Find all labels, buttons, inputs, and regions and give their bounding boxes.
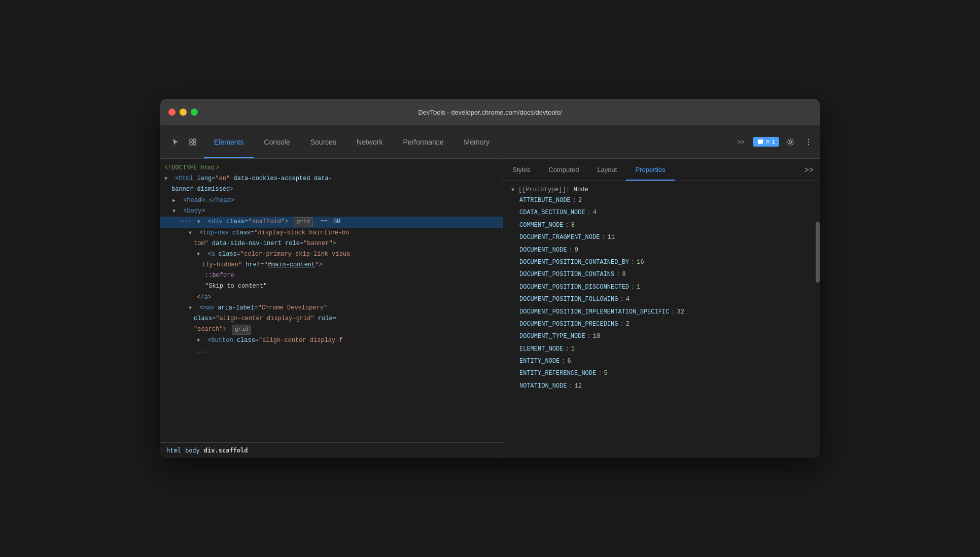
prop-row[interactable]: DOCUMENT_POSITION_CONTAINED_BY : 16: [503, 256, 820, 268]
dom-before[interactable]: ::before: [160, 270, 503, 281]
dom-html-2[interactable]: banner-dismissed>: [160, 184, 503, 195]
properties-panel[interactable]: ▼ [[Prototype]]: Node ATTRIBUTE_NODE : 2…: [503, 181, 820, 396]
chat-badge-button[interactable]: ≡ 1: [753, 137, 779, 147]
breadcrumb-div-scaffold[interactable]: div.scaffold: [204, 447, 248, 454]
tab-performance[interactable]: Performance: [393, 125, 453, 158]
right-tab-bar: Styles Computed Layout Properties >>: [503, 159, 820, 181]
svg-point-6: [808, 141, 809, 142]
svg-rect-2: [190, 143, 192, 145]
tab-memory[interactable]: Memory: [454, 125, 500, 158]
tab-computed[interactable]: Computed: [539, 159, 588, 181]
layers-icon[interactable]: [186, 135, 200, 149]
dom-html[interactable]: ▼ <html lang="en" data-cookies-accepted …: [160, 173, 503, 184]
prop-row[interactable]: NOTATION_NODE : 12: [503, 380, 820, 392]
more-right-tabs-button[interactable]: >>: [798, 159, 820, 181]
svg-rect-0: [190, 139, 192, 142]
maximize-button[interactable]: [191, 109, 198, 116]
svg-point-4: [789, 141, 792, 143]
prop-row[interactable]: DOCUMENT_TYPE_NODE : 10: [503, 330, 820, 342]
prop-row[interactable]: CDATA_SECTION_NODE : 4: [503, 206, 820, 219]
dom-skip-text[interactable]: "Skip to content": [160, 281, 503, 292]
prop-row[interactable]: DOCUMENT_POSITION_CONTAINS : 8: [503, 268, 820, 281]
svg-rect-3: [193, 143, 196, 145]
title-bar: DevTools - developer.chrome.com/docs/dev…: [160, 99, 820, 125]
prototype-section[interactable]: ▼ [[Prototype]]: Node: [503, 185, 820, 194]
tab-layout[interactable]: Layout: [588, 159, 626, 181]
devtools-window: DevTools - developer.chrome.com/docs/dev…: [160, 99, 820, 458]
main-content: <!DOCTYPE html> ▼ <html lang="en" data-c…: [160, 159, 820, 458]
settings-button[interactable]: [783, 135, 797, 149]
prop-row[interactable]: DOCUMENT_NODE : 9: [503, 244, 820, 256]
prop-row[interactable]: DOCUMENT_POSITION_DISCONNECTED : 1: [503, 281, 820, 293]
close-button[interactable]: [168, 109, 176, 116]
svg-rect-1: [193, 139, 196, 142]
dom-body[interactable]: ▼ <body>: [160, 206, 503, 217]
dom-top-nav-2[interactable]: tom" data-side-nav-inert role="banner">: [160, 238, 503, 249]
svg-point-5: [808, 138, 809, 140]
window-title: DevTools - developer.chrome.com/docs/dev…: [418, 109, 562, 116]
tab-styles[interactable]: Styles: [503, 159, 539, 181]
main-tab-bar: Elements Console Sources Network Perform…: [160, 125, 820, 159]
right-panel: Styles Computed Layout Properties >>: [503, 159, 820, 458]
more-tabs-button[interactable]: >>: [733, 136, 749, 148]
breadcrumb-html[interactable]: html: [166, 447, 181, 454]
breadcrumb-bar: html body div.scaffold: [160, 442, 503, 458]
dom-a-close[interactable]: </a>: [160, 292, 503, 303]
prop-row[interactable]: DOCUMENT_POSITION_PRECEDING : 2: [503, 318, 820, 330]
nav-grid-badge[interactable]: grid: [232, 325, 251, 335]
elements-panel: <!DOCTYPE html> ▼ <html lang="en" data-c…: [160, 159, 503, 458]
tab-elements[interactable]: Elements: [204, 125, 254, 158]
prop-row[interactable]: ENTITY_REFERENCE_NODE : 5: [503, 367, 820, 379]
prop-row[interactable]: ENTITY_NODE : 6: [503, 355, 820, 367]
dom-doctype[interactable]: <!DOCTYPE html>: [160, 163, 503, 173]
scrollbar-thumb[interactable]: [816, 222, 820, 283]
tab-network[interactable]: Network: [346, 125, 393, 158]
dom-top-nav[interactable]: ▼ <top-nav class="display-block hairline…: [160, 228, 503, 238]
dom-nav-end[interactable]: "search"> grid: [160, 324, 503, 335]
dom-button-open[interactable]: ▼ <button class="align-center display-f: [160, 335, 503, 346]
traffic-lights: [168, 109, 198, 116]
cursor-icon[interactable]: [168, 135, 183, 149]
svg-point-7: [808, 144, 809, 145]
dom-head[interactable]: ▶ <head>…</head>: [160, 195, 503, 206]
dom-div-scaffold[interactable]: ··· ▼ <div class="scaffold"> grid == $0: [160, 217, 503, 228]
dom-tree[interactable]: <!DOCTYPE html> ▼ <html lang="en" data-c…: [160, 159, 503, 442]
menu-button[interactable]: [801, 135, 816, 149]
minimize-button[interactable]: [180, 109, 187, 116]
dom-button-cont[interactable]: ...: [160, 346, 503, 357]
grid-badge[interactable]: grid: [294, 217, 313, 227]
tab-icons: [164, 125, 204, 158]
properties-panel-wrapper: ▼ [[Prototype]]: Node ATTRIBUTE_NODE : 2…: [503, 181, 820, 458]
dom-a-open[interactable]: ▼ <a class="color-primary skip-link visu…: [160, 249, 503, 260]
tab-console[interactable]: Console: [254, 125, 300, 158]
prop-row[interactable]: DOCUMENT_POSITION_FOLLOWING : 4: [503, 293, 820, 305]
prop-row[interactable]: ATTRIBUTE_NODE : 2: [503, 194, 820, 206]
breadcrumb-body[interactable]: body: [185, 447, 200, 454]
dom-nav-open[interactable]: ▼ <nav aria-label="Chrome Developers": [160, 303, 503, 314]
tab-bar-right: >> ≡ 1: [733, 125, 816, 158]
prop-row[interactable]: COMMENT_NODE : 8: [503, 219, 820, 231]
tab-properties[interactable]: Properties: [626, 159, 674, 181]
tab-sources[interactable]: Sources: [300, 125, 346, 158]
prop-row[interactable]: ELEMENT_NODE : 1: [503, 343, 820, 355]
dom-a-cont[interactable]: lly-hidden" href="#main-content">: [160, 260, 503, 270]
prop-row[interactable]: DOCUMENT_FRAGMENT_NODE : 11: [503, 231, 820, 243]
prop-row[interactable]: DOCUMENT_POSITION_IMPLEMENTATION_SPECIFI…: [503, 306, 820, 318]
dom-nav-cont[interactable]: class="align-center display-grid" role=: [160, 314, 503, 324]
